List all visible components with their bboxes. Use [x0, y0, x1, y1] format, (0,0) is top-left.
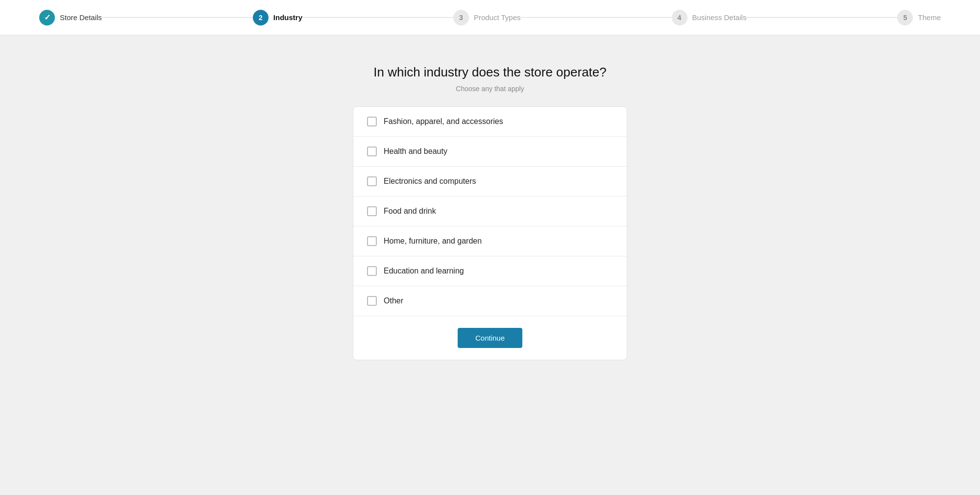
- checkmark-icon: ✓: [44, 13, 50, 22]
- connector-3: [521, 17, 672, 18]
- option-electronics[interactable]: Electronics and computers: [353, 167, 627, 197]
- step-store-details[interactable]: ✓ Store Details: [39, 10, 102, 25]
- option-food-label: Food and drink: [384, 207, 436, 216]
- option-other[interactable]: Other: [353, 286, 627, 316]
- step-1-label: Store Details: [60, 13, 102, 22]
- step-3-number: 3: [459, 14, 463, 22]
- checkbox-home[interactable]: [367, 236, 377, 246]
- option-health[interactable]: Health and beauty: [353, 137, 627, 167]
- option-home[interactable]: Home, furniture, and garden: [353, 226, 627, 256]
- step-2-label: Industry: [273, 13, 302, 22]
- step-product-types[interactable]: 3 Product Types: [453, 10, 521, 25]
- step-2-circle: 2: [253, 10, 269, 25]
- checkbox-fashion[interactable]: [367, 117, 377, 126]
- option-education-label: Education and learning: [384, 267, 464, 275]
- option-education[interactable]: Education and learning: [353, 256, 627, 286]
- checkbox-education[interactable]: [367, 266, 377, 276]
- page-subtitle: Choose any that apply: [456, 85, 524, 93]
- step-5-circle: 5: [897, 10, 913, 25]
- step-theme[interactable]: 5 Theme: [897, 10, 941, 25]
- connector-1: [102, 17, 253, 18]
- step-4-number: 4: [678, 14, 682, 22]
- step-3-circle: 3: [453, 10, 469, 25]
- option-food[interactable]: Food and drink: [353, 197, 627, 226]
- main-content: In which industry does the store operate…: [0, 35, 980, 360]
- option-fashion[interactable]: Fashion, apparel, and accessories: [353, 107, 627, 137]
- checkbox-other[interactable]: [367, 296, 377, 306]
- continue-button[interactable]: Continue: [458, 328, 522, 348]
- checkbox-food[interactable]: [367, 206, 377, 216]
- step-4-circle: 4: [672, 10, 687, 25]
- stepper: ✓ Store Details 2 Industry 3 Product Typ…: [0, 0, 980, 35]
- step-5-label: Theme: [918, 13, 941, 22]
- checkbox-health[interactable]: [367, 147, 377, 156]
- option-other-label: Other: [384, 297, 403, 305]
- connector-2: [302, 17, 453, 18]
- step-3-label: Product Types: [474, 13, 521, 22]
- page-title: In which industry does the store operate…: [373, 65, 607, 80]
- step-industry[interactable]: 2 Industry: [253, 10, 302, 25]
- step-4-label: Business Details: [692, 13, 747, 22]
- step-2-number: 2: [259, 14, 263, 22]
- industry-card: Fashion, apparel, and accessories Health…: [353, 106, 627, 360]
- step-business-details[interactable]: 4 Business Details: [672, 10, 747, 25]
- step-5-number: 5: [903, 14, 907, 22]
- card-footer: Continue: [353, 316, 627, 360]
- option-electronics-label: Electronics and computers: [384, 177, 476, 186]
- connector-4: [746, 17, 897, 18]
- option-home-label: Home, furniture, and garden: [384, 237, 482, 246]
- step-1-circle: ✓: [39, 10, 55, 25]
- option-fashion-label: Fashion, apparel, and accessories: [384, 117, 503, 126]
- checkbox-electronics[interactable]: [367, 176, 377, 186]
- option-health-label: Health and beauty: [384, 147, 447, 156]
